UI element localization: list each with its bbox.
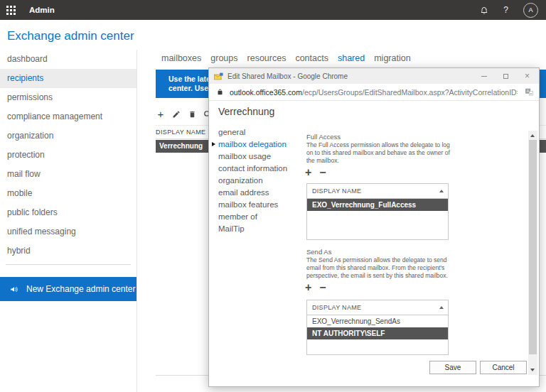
sidebar-item-hybrid[interactable]: hybrid [0,241,136,261]
send-as-add-icon[interactable]: + [305,282,311,293]
sidebar-item-unified-messaging[interactable]: unified messaging [0,222,136,241]
full-access-add-icon[interactable]: + [305,167,311,178]
table-row[interactable]: EXO_Verrechnung_SendAs [307,315,448,327]
nav-item-general[interactable]: general [218,126,287,138]
sidebar-item-mail-flow[interactable]: mail flow [0,165,136,184]
url-host: outlook.office365.com [230,88,302,97]
new-exchange-admin-center-label: New Exchange admin center [26,284,135,294]
sidebar-nav: dashboard recipients permissions complia… [0,50,137,392]
sidebar-item-permissions[interactable]: permissions [0,88,136,107]
send-as-actions: + − [305,282,326,293]
tab-groups[interactable]: groups [210,53,237,63]
full-access-title: Full Access [306,133,341,141]
notifications-bell-icon[interactable] [480,6,488,15]
sidebar-item-protection[interactable]: protection [0,146,136,165]
nav-item-email-address[interactable]: email address [218,187,287,199]
browser-address-bar[interactable]: outlook.office365.com/ecp/UsersGroups/Ed… [209,84,539,101]
sort-ascending-icon [439,306,444,309]
send-as-description: The Send As permission allows the delega… [306,256,458,280]
sidebar-item-dashboard[interactable]: dashboard [0,50,136,69]
shared-mailbox-window-icon [214,72,223,80]
app-title: Admin [29,6,55,14]
save-button[interactable]: Save [429,361,476,374]
tab-migration[interactable]: migration [374,53,410,63]
send-as-column-header[interactable]: DISPLAY NAME [307,300,448,315]
nav-item-mailtip[interactable]: MailTip [218,223,287,235]
url-path: /ecp/UsersGroups/EditSharedMailbox.aspx?… [302,88,518,97]
translate-page-icon[interactable]: A a [525,87,534,97]
sidebar-item-organization[interactable]: organization [0,126,136,146]
popup-scrollbar[interactable] [528,131,537,375]
lock-icon [217,88,223,96]
window-title-bar[interactable]: Edit Shared Mailbox - Google Chrome × [209,68,539,84]
sidebar-divider [6,264,131,265]
send-as-title: Send As [306,248,331,256]
mailbox-name-heading: Verrechnung [218,106,274,117]
edit-pencil-icon[interactable] [171,109,181,119]
sidebar-item-mobile[interactable]: mobile [0,184,136,203]
page-title: Exchange admin center [7,29,134,43]
table-row[interactable]: EXO_Verrechnung_FullAccess [307,199,448,211]
nav-item-mailbox-features[interactable]: mailbox features [218,199,287,211]
full-access-actions: + − [305,167,326,178]
tab-resources[interactable]: resources [247,53,287,63]
new-exchange-admin-center-button[interactable]: New Exchange admin center [0,277,136,301]
tab-shared[interactable]: shared [338,53,365,63]
account-avatar[interactable]: A [523,3,538,18]
page-url: outlook.office365.com/ecp/UsersGroups/Ed… [230,88,518,97]
nav-item-mailbox-delegation[interactable]: mailbox delegation [218,138,287,151]
add-icon[interactable]: + [156,109,166,119]
full-access-description: The Full Access permission allows the de… [306,141,458,165]
recipient-tabs: mailboxes groups resources contacts shar… [161,53,411,63]
tab-contacts[interactable]: contacts [295,53,328,63]
top-app-bar: Admin ? A [0,0,546,20]
nav-item-member-of[interactable]: member of [218,211,287,223]
full-access-remove-icon[interactable]: − [319,167,326,178]
sidebar-item-public-folders[interactable]: public folders [0,203,136,222]
scroll-up-icon[interactable] [530,134,535,137]
help-icon[interactable]: ? [503,5,508,15]
edit-shared-mailbox-window: Edit Shared Mailbox - Google Chrome × ou… [208,67,540,387]
full-access-table: DISPLAY NAME EXO_Verrechnung_FullAccess [306,183,449,240]
sidebar-item-recipients[interactable]: recipients [0,69,136,88]
scrollbar-thumb[interactable] [529,140,537,354]
send-as-table: DISPLAY NAME EXO_Verrechnung_SendAs NT A… [306,300,449,355]
cancel-button[interactable]: Cancel [480,361,527,374]
table-row[interactable]: NT AUTHORITY\SELF [307,327,448,339]
app-launcher-waffle-icon[interactable] [6,6,16,15]
close-icon[interactable]: × [525,68,530,84]
full-access-column-header[interactable]: DISPLAY NAME [307,184,448,199]
tab-mailboxes[interactable]: mailboxes [161,53,201,63]
nav-item-mailbox-usage[interactable]: mailbox usage [218,151,287,163]
send-as-remove-icon[interactable]: − [319,282,326,293]
nav-item-contact-information[interactable]: contact information [218,163,287,175]
nav-item-organization[interactable]: organization [218,175,287,187]
scroll-down-icon[interactable] [530,369,535,371]
delete-trash-icon[interactable] [187,109,197,119]
window-title: Edit Shared Mailbox - Google Chrome [228,72,348,80]
minimize-button[interactable] [481,76,487,77]
megaphone-icon [9,285,19,294]
sort-ascending-icon [439,190,444,192]
edit-mailbox-content: Verrechnung general mailbox delegation m… [209,100,539,386]
maximize-button[interactable] [503,74,508,79]
sidebar-item-compliance-management[interactable]: compliance management [0,107,136,126]
mailbox-settings-nav: general mailbox delegation mailbox usage… [218,126,287,235]
